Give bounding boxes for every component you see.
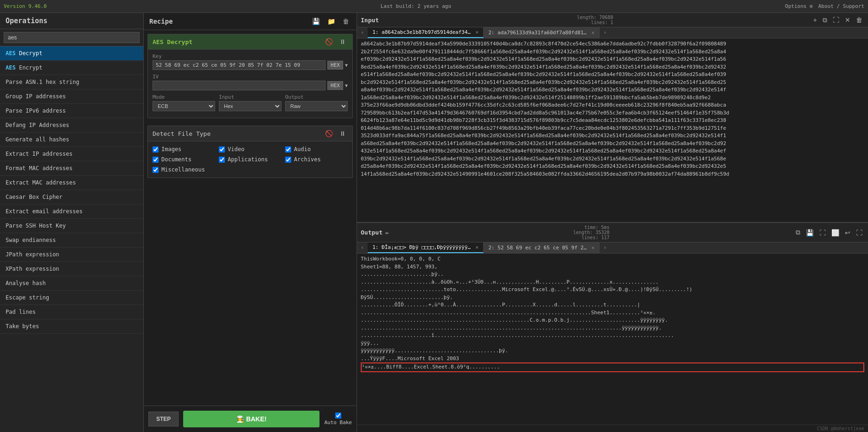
output-save-button[interactable]: 💾 bbox=[804, 228, 816, 237]
ops-item[interactable]: Extract email addresses bbox=[0, 204, 143, 219]
detect-checkbox-applications[interactable] bbox=[219, 157, 225, 163]
ops-item[interactable]: Format MAC addresses bbox=[0, 161, 143, 176]
ops-item[interactable]: Parse SSH Host Key bbox=[0, 219, 143, 233]
detect-checkbox-video[interactable] bbox=[219, 146, 225, 152]
output-content: ThisWorkbook=0, 0, 0, 0, CSheet1=88, 88,… bbox=[357, 254, 868, 425]
output-tab-1-close[interactable]: ✕ bbox=[476, 244, 479, 250]
detect-file-icons: 🚫 ⏸ bbox=[323, 129, 348, 138]
input-title: Input bbox=[361, 17, 379, 24]
input-add-tab-button[interactable]: + bbox=[811, 15, 819, 25]
detect-checkbox-label: Documents bbox=[161, 156, 191, 163]
ops-item[interactable]: Extract MAC addresses bbox=[0, 176, 143, 190]
input-trash-button[interactable]: 🗑 bbox=[854, 15, 864, 25]
ops-item[interactable]: Take bytes bbox=[0, 319, 143, 334]
detect-checkbox-label: Miscellaneous bbox=[161, 166, 205, 173]
bake-button[interactable]: 🧑‍🍳 BAKE! bbox=[183, 411, 319, 427]
detect-file-disable-button[interactable]: 🚫 bbox=[323, 129, 335, 138]
input-tab-1-close[interactable]: ✕ bbox=[476, 29, 479, 35]
iv-dropdown-arrow[interactable]: ▼ bbox=[345, 83, 348, 88]
detect-checkbox-label: Audio bbox=[294, 146, 311, 152]
clear-recipe-button[interactable]: 🗑 bbox=[341, 17, 351, 26]
input-tab-1[interactable]: 1: a8642abc3e1b87b97d5914deaf34a5990de33… bbox=[368, 27, 484, 38]
ops-item[interactable]: Group IP addresses bbox=[0, 89, 143, 104]
iv-value-row: HEX ▼ bbox=[153, 81, 348, 90]
detect-file-type-title: Detect File Type bbox=[153, 130, 211, 137]
ops-item[interactable]: Extract IP addresses bbox=[0, 147, 143, 161]
aes-decrypt-pause-button[interactable]: ⏸ bbox=[338, 37, 348, 46]
aes-decrypt-title: AES Decrypt bbox=[153, 38, 192, 45]
key-format-tag[interactable]: HEX bbox=[327, 61, 343, 70]
top-bar: Version 9.46.0 Last build: 2 years ago O… bbox=[0, 0, 868, 13]
output-copy-button[interactable]: ⧉ bbox=[794, 228, 802, 237]
detect-checkbox-label: Archives bbox=[294, 156, 321, 163]
output-maximize2-button[interactable]: ⬜ bbox=[830, 228, 841, 237]
output-line: ThisWorkbook=0, 0, 0, 0, C bbox=[361, 255, 864, 263]
mode-select[interactable]: ECB bbox=[153, 101, 215, 111]
ops-item[interactable]: Swap endianness bbox=[0, 233, 143, 248]
input-content[interactable]: a8642abc3e1b87b97d5914deaf34a5990de33391… bbox=[357, 38, 868, 222]
detect-grid: ImagesVideoAudioDocumentsApplicationsArc… bbox=[148, 141, 352, 178]
output-tabs-bar: ‹ 1: ÐÎa¡±□□> Đþÿ □□□□,Ðþÿÿÿÿÿÿÿÿÿÿÿÿÿÿÿ… bbox=[357, 242, 868, 254]
input-tab-next[interactable]: › bbox=[600, 27, 610, 38]
output-tab-next[interactable]: › bbox=[600, 242, 610, 253]
input-header: Input length: 70688 lines: 1 + ⧉ ⛶ ✕ 🗑 bbox=[357, 13, 868, 27]
auto-bake-checkbox[interactable] bbox=[335, 413, 341, 419]
key-label: Key bbox=[153, 53, 348, 59]
output-maximize-button[interactable]: ⛶ bbox=[817, 228, 828, 237]
output-tab-2[interactable]: 2: 52 58 69 ec c2 65 ce 05 9f 20 85 7f 0… bbox=[484, 242, 600, 253]
ops-item[interactable]: Parse IPv6 address bbox=[0, 104, 143, 118]
key-dropdown-arrow[interactable]: ▼ bbox=[345, 63, 348, 68]
input-tab-2[interactable]: 2: ada796133d9a31fa60df7a80fd81eaf6 ✕ bbox=[484, 27, 600, 38]
auto-bake-label: Auto Bake bbox=[324, 419, 352, 426]
step-button[interactable]: STEP bbox=[148, 412, 179, 426]
detect-checkbox-images[interactable] bbox=[153, 146, 159, 152]
input-select[interactable]: Hex bbox=[219, 101, 281, 111]
input-maximize-button[interactable]: ⛶ bbox=[831, 15, 841, 25]
output-edit-icon[interactable]: ✏ bbox=[385, 229, 389, 236]
detect-checkbox-audio[interactable] bbox=[285, 146, 291, 152]
input-tab-2-close[interactable]: ✕ bbox=[592, 30, 595, 36]
output-undo-button[interactable]: ↩ bbox=[843, 228, 852, 237]
ops-item[interactable]: Analyse hash bbox=[0, 276, 143, 291]
ops-item[interactable]: Generate all hashes bbox=[0, 133, 143, 147]
about-link[interactable]: About / Support bbox=[818, 3, 864, 9]
iv-format-tag[interactable]: HEX bbox=[327, 81, 343, 90]
detect-checkbox-miscellaneous[interactable] bbox=[153, 167, 159, 173]
output-expand-button[interactable]: ⛶ bbox=[854, 228, 864, 237]
input-label: Input bbox=[219, 94, 281, 100]
ops-item[interactable]: Parse ASN.1 hex string bbox=[0, 75, 143, 89]
detect-checkbox-archives[interactable] bbox=[285, 157, 291, 163]
input-clear-button[interactable]: ✕ bbox=[843, 15, 852, 25]
ops-item[interactable]: Caesar Box Cipher bbox=[0, 190, 143, 204]
input-section: Input length: 70688 lines: 1 + ⧉ ⛶ ✕ 🗑 ‹… bbox=[357, 13, 868, 223]
open-recipe-button[interactable]: 📁 bbox=[326, 17, 337, 26]
output-tab-2-close[interactable]: ✕ bbox=[592, 245, 595, 251]
ops-item[interactable]: XPath expression bbox=[0, 262, 143, 276]
output-tab-1[interactable]: 1: ÐÎa¡±□□> Đþÿ □□□□,Ðþÿÿÿÿÿÿÿÿÿÿÿÿÿÿÿÿÿ… bbox=[368, 242, 484, 253]
key-input[interactable] bbox=[153, 60, 326, 70]
right-panel: Input length: 70688 lines: 1 + ⧉ ⛶ ✕ 🗑 ‹… bbox=[357, 13, 868, 432]
input-tab-prev[interactable]: ‹ bbox=[357, 27, 368, 38]
ops-item[interactable]: Pad lines bbox=[0, 305, 143, 319]
detect-checkbox-documents[interactable] bbox=[153, 157, 159, 163]
input-copy-button[interactable]: ⧉ bbox=[821, 15, 829, 25]
ops-item[interactable]: JPath expression bbox=[0, 248, 143, 262]
output-line: ...........ÕÎÕ........+,ù°0...À.........… bbox=[361, 301, 864, 309]
input-length: length: 70688 bbox=[577, 15, 613, 20]
output-select[interactable]: Raw bbox=[285, 101, 348, 111]
ops-item[interactable]: AES Decrypt bbox=[0, 46, 143, 61]
output-line: ........................................… bbox=[361, 309, 864, 317]
detect-file-pause-button[interactable]: ⏸ bbox=[338, 129, 348, 138]
options-link[interactable]: Options bbox=[785, 3, 813, 9]
main-layout: Operations AES DecryptAES EncryptParse A… bbox=[0, 13, 868, 432]
ops-item[interactable]: Escape string bbox=[0, 291, 143, 305]
save-recipe-button[interactable]: 💾 bbox=[310, 17, 322, 26]
search-input[interactable] bbox=[4, 32, 140, 43]
aes-decrypt-disable-button[interactable]: 🚫 bbox=[323, 37, 335, 46]
iv-input[interactable] bbox=[153, 81, 326, 90]
aes-decrypt-card: AES Decrypt 🚫 ⏸ Key HEX ▼ IV bbox=[147, 34, 353, 118]
ops-item[interactable]: AES Encrypt bbox=[0, 61, 143, 75]
ops-item[interactable]: Defang IP Addresses bbox=[0, 118, 143, 133]
detect-checkbox-item: Applications bbox=[219, 156, 281, 163]
output-tab-prev[interactable]: ‹ bbox=[357, 242, 368, 253]
